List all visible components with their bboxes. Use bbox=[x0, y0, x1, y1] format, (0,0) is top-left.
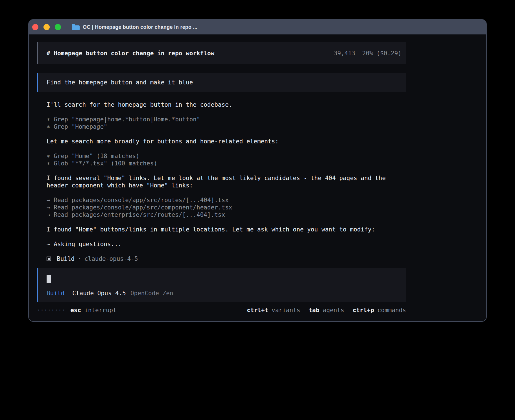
hint-interrupt: interrupt bbox=[84, 307, 117, 314]
folder-icon bbox=[72, 24, 80, 30]
session-stats: 39,413 20% ($0.29) bbox=[334, 50, 401, 57]
square-dot-icon bbox=[47, 257, 51, 261]
tool-call-read: → Read packages/enterprise/src/routes/[.… bbox=[47, 211, 406, 218]
agent-status: Build · claude-opus-4-5 bbox=[37, 255, 406, 262]
status-bar: ········ esc interrupt ctrl+t variants t… bbox=[37, 307, 406, 314]
key-ctrl-t: ctrl+t bbox=[247, 307, 268, 314]
terminal-window: OC | Homepage button color change in rep… bbox=[28, 19, 487, 322]
tool-call-glob: ∗ Glob "**/*.tsx" (100 matches) bbox=[47, 160, 406, 167]
key-ctrl-p: ctrl+p bbox=[353, 307, 374, 314]
hint-commands: commands bbox=[377, 307, 406, 314]
window-title: OC | Homepage button color change in rep… bbox=[83, 24, 197, 30]
tool-calls: ∗ Grep "homepage|home.*button|Home.*butt… bbox=[47, 116, 406, 130]
token-count: 39,413 bbox=[334, 50, 355, 57]
prompt-input[interactable]: Build Claude Opus 4.5 OpenCode Zen bbox=[37, 268, 406, 302]
text-cursor bbox=[47, 275, 51, 283]
session-header: # Homepage button color change in repo w… bbox=[37, 42, 406, 64]
tool-call-grep: ∗ Grep "homepage|home.*button|Home.*butt… bbox=[47, 116, 406, 123]
model-name: Claude Opus 4.5 bbox=[72, 290, 126, 297]
assistant-message: I'll search for the homepage button in t… bbox=[47, 101, 406, 108]
close-window-button[interactable] bbox=[32, 24, 38, 30]
assistant-message: I found "Home" buttons/links in multiple… bbox=[47, 226, 406, 233]
hint-agents: agents bbox=[323, 307, 344, 314]
assistant-text: I found "Home" buttons/links in multiple… bbox=[47, 226, 406, 233]
assistant-text: I'll search for the homepage button in t… bbox=[47, 101, 406, 108]
working-status: ~ Asking questions... bbox=[47, 240, 406, 248]
assistant-text: header component which have "Home" links… bbox=[47, 182, 406, 189]
agent-mode-label: Build bbox=[47, 290, 64, 297]
context-usage: 20% ($0.29) bbox=[362, 50, 401, 57]
agent-name: Build bbox=[57, 255, 75, 262]
spinner-dots: ········ bbox=[37, 307, 65, 314]
tool-call-grep: ∗ Grep "Home" (18 matches) bbox=[47, 152, 406, 160]
assistant-message: Let me search more broadly for buttons a… bbox=[47, 138, 406, 145]
tool-call-grep: ∗ Grep "Homepage" bbox=[47, 123, 406, 130]
agent-separator: · bbox=[78, 255, 81, 262]
status-left: ········ esc interrupt bbox=[37, 307, 117, 314]
hint-variants: variants bbox=[272, 307, 300, 314]
assistant-message: I found several "Home" links. Let me loo… bbox=[47, 174, 406, 189]
tool-call-read: → Read packages/console/app/src/componen… bbox=[47, 204, 406, 211]
key-tab: tab bbox=[309, 307, 319, 314]
assistant-text: I found several "Home" links. Let me loo… bbox=[47, 174, 406, 182]
status-right: ctrl+t variants tab agents ctrl+p comman… bbox=[247, 307, 406, 314]
session-title: # Homepage button color change in repo w… bbox=[47, 50, 214, 57]
assistant-response: I'll search for the homepage button in t… bbox=[37, 101, 406, 255]
agent-model: claude-opus-4-5 bbox=[84, 255, 138, 262]
tool-call-read: → Read packages/console/app/src/routes/[… bbox=[47, 196, 406, 204]
tool-calls: ∗ Grep "Home" (18 matches) ∗ Glob "**/*.… bbox=[47, 152, 406, 167]
assistant-text: Let me search more broadly for buttons a… bbox=[47, 138, 406, 145]
terminal-content: # Homepage button color change in repo w… bbox=[29, 34, 486, 321]
minimize-window-button[interactable] bbox=[43, 24, 50, 30]
desktop-background: OC | Homepage button color change in rep… bbox=[0, 0, 515, 420]
key-esc: esc bbox=[70, 307, 81, 314]
provider-name: OpenCode Zen bbox=[130, 290, 173, 297]
window-titlebar[interactable]: OC | Homepage button color change in rep… bbox=[29, 20, 486, 34]
input-meta: Build Claude Opus 4.5 OpenCode Zen bbox=[47, 290, 398, 297]
user-message-text: Find the homepage button and make it blu… bbox=[47, 79, 193, 86]
user-message: Find the homepage button and make it blu… bbox=[37, 73, 406, 92]
tool-calls: → Read packages/console/app/src/routes/[… bbox=[47, 196, 406, 218]
working-status-text: ~ Asking questions... bbox=[47, 240, 406, 248]
zoom-window-button[interactable] bbox=[55, 24, 61, 30]
